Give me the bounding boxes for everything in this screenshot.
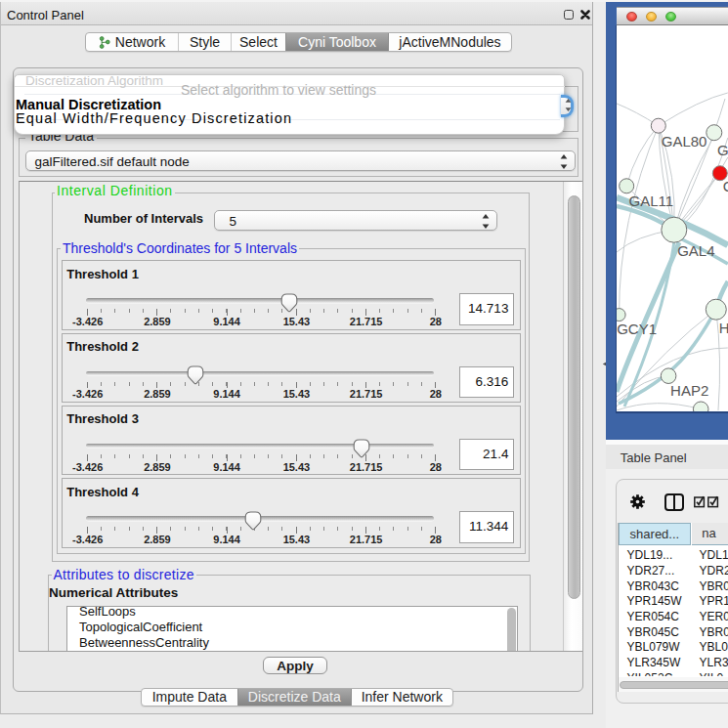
- svg-text:HAP2: HAP2: [670, 382, 708, 399]
- svg-text:GAL11: GAL11: [629, 193, 674, 210]
- svg-text:G: G: [723, 179, 728, 195]
- svg-text:GAL4: GAL4: [677, 242, 714, 259]
- svg-text:G.: G.: [717, 142, 728, 158]
- svg-text:GCY1: GCY1: [617, 321, 657, 337]
- svg-text:H: H: [719, 320, 728, 336]
- svg-text:GAL80: GAL80: [662, 133, 707, 150]
